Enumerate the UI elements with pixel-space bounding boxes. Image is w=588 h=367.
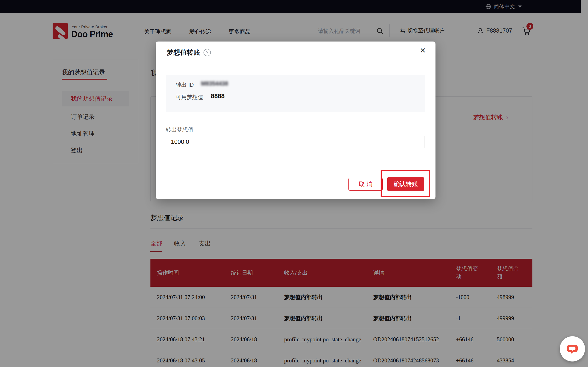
amount-input[interactable] [166, 136, 424, 148]
modal-titlebar: 梦想值转账 ? [167, 48, 211, 57]
close-icon[interactable]: ✕ [420, 47, 426, 54]
available-label: 可用梦想值 [176, 94, 203, 101]
annotation-highlight-box [380, 170, 430, 197]
chat-bubble-icon [566, 342, 579, 356]
amount-label: 转出梦想值 [166, 126, 193, 133]
transfer-info-box: 转出 ID M8354438 可用梦想值 8888 [166, 75, 425, 112]
cancel-button[interactable]: 取 消 [348, 178, 383, 191]
modal-title: 梦想值转账 [167, 48, 200, 57]
modal-divider [167, 65, 424, 65]
page: 简体中文 Your Private Broker Doo Prime 关于理想家… [0, 0, 588, 367]
help-icon[interactable]: ? [204, 49, 211, 56]
available-value: 8888 [211, 93, 225, 100]
from-id-value-blurred: M8354438 [201, 80, 228, 87]
live-chat-button[interactable] [560, 336, 585, 361]
from-id-label: 转出 ID [176, 81, 194, 89]
